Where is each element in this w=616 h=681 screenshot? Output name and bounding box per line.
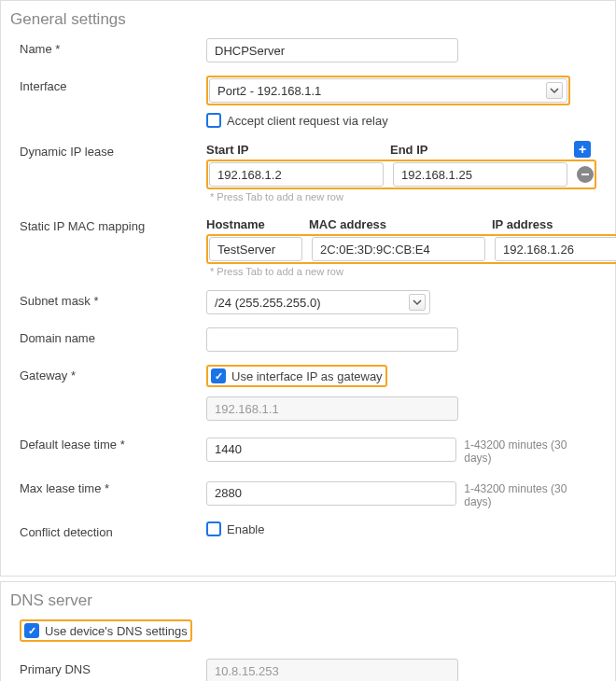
use-device-dns-label: Use device's DNS settings [45,624,188,638]
name-input[interactable] [206,38,458,63]
mac-input[interactable] [312,237,485,261]
end-ip-header: End IP [390,143,565,157]
lease-hint: 1-43200 minutes (30 days) [464,478,596,508]
domain-input[interactable] [206,327,458,352]
max-lease-input[interactable] [206,481,456,506]
subnet-value: /24 (255.255.255.0) [215,296,320,310]
enable-label: Enable [227,522,264,536]
subnet-label: Subnet mask * [20,290,206,308]
subnet-select[interactable]: /24 (255.255.255.0) [206,290,430,314]
ip-input[interactable] [495,237,616,261]
chevron-down-icon [409,294,426,311]
interface-select[interactable]: Port2 - 192.168.1.1 [209,78,567,103]
interface-label: Interface [20,76,206,93]
gateway-label: Gateway * [20,365,206,382]
general-settings-section: General settings Name * Interface Port2 … [0,0,616,577]
start-ip-input[interactable] [209,162,384,187]
tab-hint: * Press Tab to add a new row [210,266,616,277]
hostname-header: Hostname [206,217,300,231]
interface-value: Port2 - 192.168.1.1 [217,84,321,98]
mac-header: MAC address [309,217,483,231]
add-row-button[interactable]: + [574,141,591,158]
static-mapping-label: Static IP MAC mapping [20,215,206,233]
lease-hint: 1-43200 minutes (30 days) [464,434,596,465]
static-mapping-row [206,234,616,264]
remove-row-button[interactable] [577,166,594,183]
ip-header: IP address [492,217,616,231]
primary-dns-input [206,659,458,681]
chevron-down-icon [546,82,563,99]
section-title: General settings [10,10,596,29]
conflict-label: Conflict detection [20,521,206,539]
dns-server-section: DNS server Use device's DNS settings Pri… [0,581,616,681]
accept-relay-label: Accept client request via relay [227,114,388,128]
gateway-interface-checkbox[interactable] [211,368,226,383]
gateway-checkbox-label: Use interface IP as gateway [231,369,383,383]
use-device-dns-checkbox[interactable] [24,623,39,638]
name-label: Name * [20,38,206,56]
tab-hint: * Press Tab to add a new row [210,191,596,202]
hostname-input[interactable] [209,237,302,261]
end-ip-input[interactable] [393,162,567,187]
dynamic-lease-row [206,160,596,189]
default-lease-input[interactable] [206,438,456,462]
accept-relay-checkbox[interactable] [206,113,221,128]
max-lease-label: Max lease time * [20,478,206,495]
section-title: DNS server [10,591,596,610]
start-ip-header: Start IP [206,143,381,157]
primary-dns-label: Primary DNS [20,659,206,676]
default-lease-label: Default lease time * [20,434,206,452]
conflict-enable-checkbox[interactable] [206,521,221,536]
domain-label: Domain name [20,327,206,345]
gateway-input [206,396,458,421]
dynamic-lease-label: Dynamic IP lease [20,141,206,159]
